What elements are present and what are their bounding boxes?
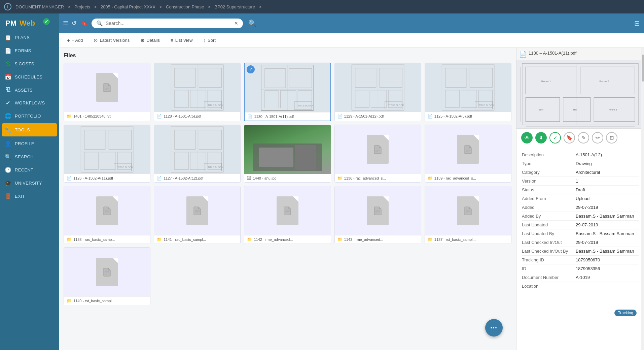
file-footer: 📁 1142 - rme_advanced... [244, 235, 330, 244]
file-card[interactable]: 📁 1142 - rme_advanced... [244, 186, 331, 244]
file-card[interactable]: TITLE BLOCK 📄 1126 - A-1502-A(11).pdf [64, 125, 150, 183]
file-card[interactable]: 📁 1401 - 1485220348.rvt [64, 63, 150, 121]
breadcrumb-doc-manager[interactable]: DOCUMENT MANAGER [15, 4, 64, 9]
breadcrumb-sep3: > [159, 4, 163, 9]
svg-text:Room 1: Room 1 [541, 80, 551, 83]
file-type-icon: 📁 [247, 237, 252, 242]
sidebar-item-exit[interactable]: 🚪 EXIT [0, 190, 59, 203]
sidebar-item-costs[interactable]: 💲 $ COSTS [0, 57, 59, 70]
svg-text:TITLE BLOCK: TITLE BLOCK [117, 166, 133, 169]
sidebar-item-workflows[interactable]: ✔ WORKFLOWS [0, 96, 59, 109]
bookmark-icon: 🔖 [566, 135, 573, 141]
file-card[interactable]: 📁 1141 - rac_basic_sampl... [154, 186, 241, 244]
file-card[interactable]: 📁 1138 - rac_basic_samp... [64, 186, 150, 244]
workflows-icon: ✔ [5, 100, 11, 106]
meta-row: ID 1879053356 [522, 264, 639, 273]
meta-row: Location [522, 282, 639, 290]
file-name: 1138 - rac_basic_samp... [73, 237, 147, 242]
action-edit-button[interactable]: ✎ [578, 132, 589, 144]
latest-versions-icon: ⊙ [94, 37, 98, 43]
sidebar-item-university[interactable]: 🎓 UNIVERSITY [0, 177, 59, 190]
meta-row: Description A-1501-A(12) [522, 151, 639, 159]
action-bookmark-button[interactable]: 🔖 [564, 132, 575, 144]
logo-svg: PM Web ✓ [4, 17, 51, 29]
file-card[interactable]: 🖼 1440 - ahu.jpg [244, 125, 331, 183]
preview-file-icon: 📄 [519, 51, 527, 58]
action-pen-button[interactable]: ✏ [592, 132, 603, 144]
file-card[interactable]: TITLE BLOCK 📄 1125 - A-1502-A(5).pdf [425, 63, 511, 121]
breadcrumb-sep1: > [68, 4, 72, 9]
meta-value: Bassam.S - Bassam Samman [576, 231, 634, 236]
breadcrumb-bp[interactable]: BP02 Superstructure [214, 4, 255, 9]
sidebar-item-profile[interactable]: 👤 PROFILE [0, 137, 59, 150]
sort-icon: ↕ [204, 37, 206, 43]
meta-row: Category Architectural [522, 168, 639, 177]
breadcrumb-projects[interactable]: Projects [74, 4, 90, 9]
filter-icon[interactable]: ⊟ [634, 19, 640, 27]
list-view-button[interactable]: ≡ List View [168, 36, 195, 44]
svg-rect-33 [355, 90, 369, 108]
svg-rect-55 [84, 152, 98, 170]
menu-icon[interactable]: ☰ [63, 20, 68, 27]
action-download-button[interactable]: ⬇ [535, 132, 547, 144]
fab-icon: ••• [491, 325, 498, 330]
zoom-icon[interactable]: 🔍 [248, 19, 257, 27]
file-card[interactable]: TITLE BLOCK 📄 1128 - A-1501-A(5).pdf [154, 63, 241, 121]
meta-row: Added 29-07-2019 [522, 203, 639, 212]
file-thumb: TITLE BLOCK [64, 125, 150, 174]
file-card[interactable]: 📁 1136 - rac_advanced_s... [334, 125, 421, 183]
action-check-button[interactable]: ✓ [549, 132, 561, 144]
meta-label: Last Checked In/Out [522, 240, 572, 245]
file-card[interactable]: TITLE BLOCK 📄 1129 - A-1501-A(12).pdf [334, 63, 421, 121]
clear-icon[interactable]: ✕ [234, 21, 238, 26]
file-card[interactable]: TITLE BLOCK ✓ 📄 1130 - A-1501-A(11).pdf [244, 63, 331, 121]
bookmark-icon[interactable]: 🔖 [80, 20, 87, 27]
sidebar-item-search[interactable]: 🔍 SEARCH [0, 150, 59, 163]
sidebar-item-portfolio[interactable]: 🌐 PORTFOLIO [0, 109, 59, 123]
scrollbar[interactable] [641, 48, 644, 350]
action-crop-button[interactable]: ⊡ [606, 132, 617, 144]
breadcrumb: DOCUMENT MANAGER > Projects > 2005 - Cap… [14, 4, 263, 9]
svg-text:Web: Web [20, 19, 35, 27]
latest-versions-button[interactable]: ⊙ Latest Versions [91, 36, 132, 45]
right-panel-preview: 📄 1130 – A-1501-A(11).pdf [516, 48, 644, 129]
file-card[interactable]: 📁 1143 - rme_advanced... [334, 186, 421, 244]
breadcrumb-project[interactable]: 2005 - Capital Project XXXX [101, 4, 155, 9]
file-footer: 📄 1128 - A-1501-A(5).pdf [154, 112, 240, 120]
sidebar-item-plans[interactable]: 📋 PLANS [0, 31, 59, 44]
meta-row: Type Drawing [522, 159, 639, 168]
file-thumb [64, 186, 150, 235]
svg-text:✓: ✓ [44, 19, 48, 24]
file-thumb [425, 125, 511, 174]
file-footer: 📁 1143 - rme_advanced... [335, 235, 421, 244]
details-button[interactable]: ⊕ Details [138, 36, 163, 45]
sidebar-item-schedules[interactable]: 📅 SCHEDULES [0, 70, 59, 84]
info-icon[interactable]: i [4, 3, 11, 10]
meta-value: 1 [576, 179, 578, 184]
meta-row: Last Updated 29-07-2019 [522, 221, 639, 229]
search-input[interactable] [106, 21, 231, 26]
file-thumb [244, 186, 330, 235]
breadcrumb-phase[interactable]: Construction Phase [166, 4, 204, 9]
add-button[interactable]: + + Add [64, 36, 85, 44]
file-card[interactable]: TITLE BLOCK 📄 1127 - A-1502-A(12).pdf [154, 125, 241, 183]
sidebar-item-forms[interactable]: 📄 FORMS [0, 44, 59, 57]
svg-rect-42 [445, 68, 466, 88]
meta-value: Upload [576, 196, 589, 201]
sidebar-item-recent[interactable]: 🕐 RECENT [0, 163, 59, 177]
portfolio-icon: 🌐 [5, 113, 11, 119]
sidebar-label-profile: PROFILE [15, 141, 34, 146]
tracking-label: Tracking [614, 310, 637, 316]
file-card[interactable]: 📁 1139 - rac_advanced_s... [425, 125, 511, 183]
sidebar-item-tools[interactable]: 🔧 TOOLs [2, 123, 57, 136]
file-name: 1128 - A-1501-A(5).pdf [164, 114, 238, 118]
file-card[interactable]: 📁 1137 - rst_basic_sampl... [425, 186, 511, 244]
sort-button[interactable]: ↕ Sort [201, 36, 218, 44]
meta-value: Draft [576, 187, 585, 192]
meta-row: Last Checked In/Out 29-07-2019 [522, 238, 639, 247]
sidebar-item-assets[interactable]: 🏗 ASSETS [0, 84, 59, 96]
action-view-button[interactable]: 👁 [521, 132, 533, 144]
fab-button[interactable]: ••• [485, 319, 503, 337]
history-icon[interactable]: ↺ [72, 20, 77, 27]
file-card[interactable]: 📁 1140 - rst_basic_sampl... [64, 247, 150, 305]
